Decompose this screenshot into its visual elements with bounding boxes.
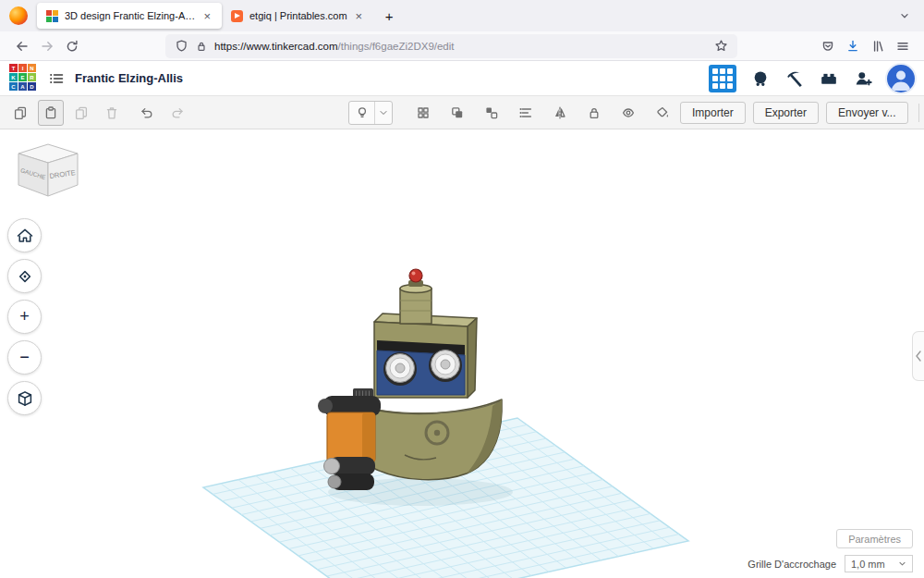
group-icon[interactable] <box>444 100 470 126</box>
toolbar-actions: Importer Exporter Envoyer v... ⋮ <box>680 102 924 124</box>
zoom-in-button[interactable]: + <box>7 300 42 334</box>
lock-icon[interactable] <box>581 100 607 126</box>
firefox-logo-icon <box>9 6 28 25</box>
zoom-in-glyph: + <box>19 307 30 326</box>
design-menu-icon[interactable] <box>48 70 65 87</box>
header-actions <box>709 65 915 92</box>
tab-close-icon[interactable]: × <box>201 9 213 23</box>
export-button[interactable]: Exporter <box>753 102 819 124</box>
url-host: https://www.tinkercad.com <box>214 41 338 52</box>
user-avatar[interactable] <box>887 65 915 92</box>
mirror-icon[interactable] <box>547 100 573 126</box>
snap-grid-value: 1,0 mm <box>851 559 885 570</box>
minecraft-pickaxe-icon[interactable] <box>784 68 805 89</box>
model-beacon-light <box>409 269 422 282</box>
design-title: Frantic Elzing-Allis <box>75 71 183 85</box>
tab-tinkercad[interactable]: 3D design Frantic Elzing-Allis - × <box>37 3 222 29</box>
send-to-button[interactable]: Envoyer v... <box>826 102 907 124</box>
printables-favicon <box>231 10 243 22</box>
home-view-button[interactable] <box>7 218 42 252</box>
library-icon[interactable] <box>865 34 890 58</box>
sim-lab-icon[interactable] <box>750 68 771 89</box>
reload-button[interactable] <box>59 34 84 58</box>
duplicate-icon[interactable] <box>68 100 94 126</box>
perspective-toggle-button[interactable] <box>7 381 42 415</box>
tinkercad-favicon <box>46 10 58 22</box>
delete-icon[interactable] <box>99 100 125 126</box>
tab-title: 3D design Frantic Elzing-Allis - <box>65 10 195 21</box>
dashboard-grid-button[interactable] <box>709 65 736 92</box>
settings-button[interactable]: Paramètres <box>836 529 913 548</box>
browser-tab-bar: 3D design Frantic Elzing-Allis - × etgiq… <box>0 0 924 31</box>
add-collaborator-icon[interactable] <box>853 68 873 89</box>
back-button[interactable] <box>9 34 34 58</box>
downloads-icon[interactable] <box>840 34 865 58</box>
panel-collapse-handle[interactable] <box>912 331 924 381</box>
browser-window: 3D design Frantic Elzing-Allis - × etgiq… <box>0 0 924 578</box>
show-all-dropdown[interactable] <box>348 101 393 125</box>
hide-eye-icon[interactable] <box>615 100 641 126</box>
shape-tools <box>410 100 675 126</box>
zoom-out-glyph: − <box>19 348 30 367</box>
menu-hamburger-icon[interactable] <box>890 34 915 58</box>
dropdown-chevron-icon[interactable] <box>374 102 392 124</box>
scene-canvas[interactable] <box>0 129 924 578</box>
url-bar[interactable]: https://www.tinkercad.com/things/f6gaeZi… <box>165 34 737 58</box>
lego-brick-icon[interactable] <box>819 68 839 89</box>
tinkercad-logo[interactable]: T I N K E R C A D <box>9 64 38 92</box>
undo-icon[interactable] <box>134 100 160 126</box>
browser-nav-bar: https://www.tinkercad.com/things/f6gaeZi… <box>0 31 924 61</box>
zoom-out-button[interactable]: − <box>7 340 42 375</box>
edit-grid-icon[interactable] <box>410 100 436 126</box>
pocket-icon[interactable] <box>815 34 840 58</box>
redo-icon[interactable] <box>164 100 190 126</box>
import-button[interactable]: Importer <box>680 102 746 124</box>
tracking-shield-icon[interactable] <box>175 39 188 53</box>
viewport-3d[interactable]: GAUCHE DROITE + − Paramètres Grille D'ac… <box>0 129 924 578</box>
select-chevron-icon <box>898 560 906 568</box>
tab-close-icon[interactable]: × <box>354 9 365 23</box>
bookmark-star-icon[interactable] <box>714 39 728 53</box>
fit-view-button[interactable] <box>7 259 42 293</box>
tab-list-chevron-icon[interactable] <box>893 4 917 28</box>
edit-toolbar: Importer Exporter Envoyer v... ⋮ <box>0 96 924 129</box>
lock-icon[interactable] <box>195 40 208 53</box>
forward-button[interactable] <box>34 34 59 58</box>
url-text[interactable]: https://www.tinkercad.com/things/f6gaeZi… <box>214 41 708 52</box>
snap-grid-control: Grille D'accrochage 1,0 mm <box>748 555 913 572</box>
align-icon[interactable] <box>513 100 539 126</box>
paste-icon[interactable] <box>38 100 64 126</box>
new-tab-button[interactable]: + <box>377 4 401 28</box>
tab-printables[interactable]: etgiq | Printables.com × <box>222 3 373 29</box>
material-paint-icon[interactable] <box>650 100 675 126</box>
snap-grid-select[interactable]: 1,0 mm <box>845 555 913 572</box>
view-cube[interactable]: GAUCHE DROITE <box>13 141 83 202</box>
copy-icon[interactable] <box>7 100 33 126</box>
tinkercad-header: T I N K E R C A D Frantic Elzing-Allis <box>0 61 924 96</box>
tab-title: etgiq | Printables.com <box>249 10 347 21</box>
snap-grid-label: Grille D'accrochage <box>748 559 836 570</box>
ungroup-icon[interactable] <box>479 100 505 126</box>
show-all-bulb-icon[interactable] <box>349 102 374 124</box>
toolbar-separator <box>918 104 919 122</box>
url-path: /things/f6gaeZi2DX9/edit <box>338 41 455 52</box>
